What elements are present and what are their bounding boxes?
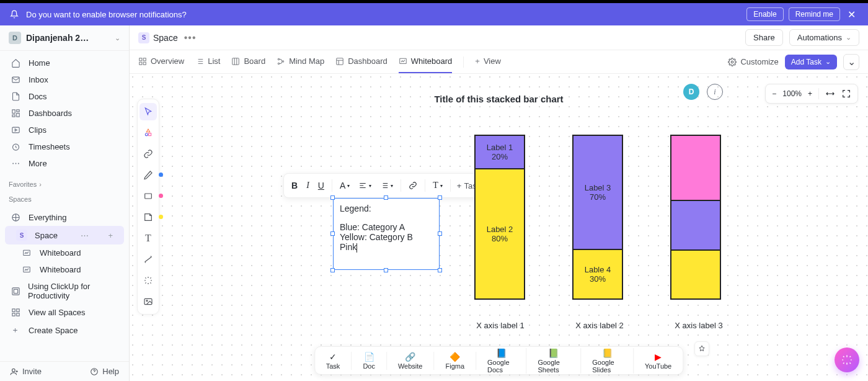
invite-button[interactable]: Invite [10,367,42,376]
pin-icon[interactable] [694,341,709,356]
add-icon[interactable]: + [108,231,113,240]
user-avatar[interactable]: D [683,84,699,100]
resize-handle[interactable] [330,195,335,200]
insert-google-slides[interactable]: 📒Google Slides [581,348,634,374]
help-button[interactable]: Help [90,367,119,376]
bar[interactable] [670,135,721,300]
sidebar-item-timesheets[interactable]: Timesheets [0,138,129,155]
bar-segment[interactable]: Label 280% [476,169,524,298]
resize-handle[interactable] [438,231,442,236]
insert-task[interactable]: ✓Task [315,352,352,370]
favorites-heading[interactable]: Favorites › [0,176,129,191]
sidebar-item-home[interactable]: Home [0,55,129,71]
sidebar-item-space[interactable]: SSpace⋯ + [5,226,124,244]
customize-button[interactable]: Customize [728,57,778,66]
resize-handle[interactable] [330,268,335,272]
tab-dashboard[interactable]: Dashboard [335,50,388,73]
resize-handle[interactable] [384,195,388,200]
tab-add-view[interactable]: +View [475,50,501,73]
insert-figma[interactable]: 🔶Figma [434,352,476,370]
insert-google-docs[interactable]: 📘Google Docs [476,348,526,374]
bar-segment[interactable]: Label 370% [574,136,622,250]
insert-doc[interactable]: 📄Doc [352,352,387,370]
rectangle-tool[interactable] [140,187,157,205]
image-tool[interactable] [140,293,157,310]
x-axis-label[interactable]: X axis label 3 [673,321,725,330]
sidebar-item-whiteboard-1[interactable]: Whiteboard [0,244,129,261]
insert-google-sheets[interactable]: 📗Google Sheets [526,348,581,374]
sidebar-item-clips[interactable]: Clips [0,122,129,138]
sidebar-item-create-space[interactable]: ＋Create Space [0,321,129,339]
close-icon[interactable]: ✕ [845,9,858,20]
shapes-tool[interactable] [140,124,157,141]
sidebar-item-whiteboard-2[interactable]: Whiteboard [0,261,129,278]
italic-button[interactable]: I [305,179,311,192]
fit-width-icon[interactable] [825,89,835,99]
tab-list[interactable]: List [195,50,220,73]
select-tool[interactable] [140,103,157,120]
ai-tool[interactable] [140,272,157,289]
insert-website[interactable]: 🔗Website [387,352,435,370]
insert-youtube[interactable]: ▶YouTube [634,352,683,370]
font-button[interactable]: A▾ [339,179,351,192]
space-menu-icon[interactable]: ••• [184,32,197,43]
bar[interactable]: Label 370%Lable 430% [572,135,623,300]
resize-handle[interactable] [438,195,442,200]
zoom-level[interactable]: 100% [782,89,802,98]
text-tool[interactable]: T [140,230,157,247]
bar-segment[interactable] [671,201,720,250]
remind-me-button[interactable]: Remind me [789,7,840,21]
bar-segment[interactable] [671,251,720,298]
breadcrumb-space[interactable]: SSpace [138,32,178,43]
info-icon[interactable]: i [707,84,723,100]
sidebar-item-label: Create Space [29,326,78,335]
chart-title[interactable]: Title of this stacked bar chart [434,94,563,104]
sidebar-item-more[interactable]: More [0,155,129,172]
add-task-button[interactable]: Add Task⌄ [785,55,837,69]
tab-overview[interactable]: Overview [138,50,184,73]
sidebar-item-viewall[interactable]: View all Spaces [0,304,129,321]
automations-button[interactable]: Automations⌄ [789,29,859,46]
zoom-in-button[interactable]: + [808,89,812,98]
segment-pct: 70% [590,192,606,202]
sidebar-item-inbox[interactable]: Inbox [0,71,129,88]
zoom-out-button[interactable]: − [772,89,776,98]
resize-handle[interactable] [384,268,388,272]
x-axis-label[interactable]: X axis label 1 [474,321,526,330]
whiteboard-canvas[interactable]: D i − 100% + T [130,74,868,381]
workspace-selector[interactable]: D Dipanjenah 2… ⌄ [0,25,129,51]
ai-fab[interactable] [835,347,859,372]
list-button[interactable]: ▾ [379,180,394,191]
underline-button[interactable]: U [317,179,326,192]
tab-mindmap[interactable]: Mind Map [277,50,324,73]
resize-handle[interactable] [438,268,442,272]
item-menu-icon[interactable]: ⋯ [81,231,89,240]
link-button[interactable] [407,180,418,191]
sidebar-item-dashboards[interactable]: Dashboards [0,105,129,122]
sidebar-item-everything[interactable]: Everything [0,209,129,226]
connector-tool[interactable] [140,145,157,163]
bar[interactable]: Label 120%Label 280% [474,135,525,300]
more-options-button[interactable]: ⌄ [843,54,859,70]
workspace-badge: D [9,32,21,44]
bold-button[interactable]: B [290,179,299,192]
share-button[interactable]: Share [745,29,783,46]
line-tool[interactable] [140,251,157,268]
x-axis-label[interactable]: X axis label 2 [574,321,626,330]
sticky-note-tool[interactable] [140,208,157,226]
bar-segment[interactable] [671,136,720,201]
sidebar-item-using-clickup[interactable]: Using ClickUp for Productivity [0,278,129,304]
tab-board[interactable]: Board [231,50,265,73]
tab-whiteboard[interactable]: Whiteboard [399,50,452,73]
resize-handle[interactable] [330,231,335,236]
enable-button[interactable]: Enable [746,7,783,21]
bar-segment[interactable]: Lable 430% [574,250,622,298]
text-style-button[interactable]: T▾ [432,179,444,192]
pen-tool[interactable] [140,166,157,184]
sidebar-item-docs[interactable]: Docs [0,88,129,105]
legend-text-box[interactable]: Legend: Blue: Category A Yellow: Categor… [333,198,440,270]
bar-segment[interactable]: Label 120% [476,136,524,169]
align-button[interactable]: ▾ [357,180,373,191]
app-icon: 🔶 [450,352,460,362]
fullscreen-icon[interactable] [841,89,851,99]
